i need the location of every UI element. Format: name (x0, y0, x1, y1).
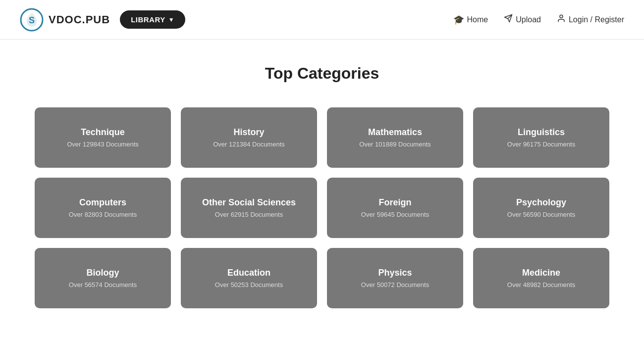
category-card[interactable]: ComputersOver 82803 Documents (35, 178, 171, 238)
category-card[interactable]: PsychologyOver 56590 Documents (473, 178, 609, 238)
page-title: Top Categories (35, 64, 609, 83)
category-name: Other Social Sciences (202, 197, 296, 208)
category-card[interactable]: TechniqueOver 129843 Documents (35, 107, 171, 168)
category-card[interactable]: ForeignOver 59645 Documents (327, 178, 463, 238)
svg-point-4 (560, 15, 563, 18)
category-name: Mathematics (368, 127, 422, 138)
category-card[interactable]: LinguisticsOver 96175 Documents (473, 107, 609, 168)
category-count: Over 50253 Documents (215, 281, 283, 289)
logo-area[interactable]: S VDOC.PUB (20, 8, 110, 32)
chevron-down-icon: ▼ (168, 16, 174, 23)
category-count: Over 59645 Documents (361, 211, 429, 218)
category-name: Linguistics (518, 127, 565, 138)
category-card[interactable]: BiologyOver 56574 Documents (35, 248, 171, 308)
library-label: LIBRARY (131, 15, 165, 24)
category-name: Technique (81, 127, 125, 138)
category-count: Over 82803 Documents (69, 211, 137, 218)
category-card[interactable]: Other Social SciencesOver 62915 Document… (181, 178, 317, 238)
category-count: Over 96175 Documents (507, 141, 575, 148)
library-button[interactable]: LIBRARY ▼ (120, 10, 185, 29)
category-name: Education (227, 268, 270, 278)
main-content: Top Categories TechniqueOver 129843 Docu… (25, 40, 619, 337)
category-count: Over 50072 Documents (361, 281, 429, 289)
category-name: Physics (378, 268, 412, 278)
category-count: Over 121384 Documents (213, 141, 285, 148)
main-nav: 🎓 Home Upload Login / Register (453, 14, 624, 25)
category-name: Medicine (522, 268, 560, 278)
category-card[interactable]: PhysicsOver 50072 Documents (327, 248, 463, 308)
nav-home-label: Home (467, 15, 488, 24)
nav-upload[interactable]: Upload (504, 14, 541, 25)
nav-login-label: Login / Register (569, 15, 624, 24)
category-count: Over 101889 Documents (359, 141, 431, 148)
logo-icon: S (20, 8, 44, 32)
nav-login[interactable]: Login / Register (557, 14, 624, 25)
categories-grid: TechniqueOver 129843 DocumentsHistoryOve… (35, 107, 609, 308)
logo-text: VDOC.PUB (49, 13, 110, 26)
nav-home[interactable]: 🎓 Home (453, 14, 488, 25)
nav-upload-label: Upload (516, 15, 541, 24)
category-name: History (233, 127, 264, 138)
category-count: Over 48982 Documents (507, 281, 575, 289)
category-count: Over 56574 Documents (69, 281, 137, 289)
category-count: Over 62915 Documents (215, 211, 283, 218)
category-card[interactable]: EducationOver 50253 Documents (181, 248, 317, 308)
category-count: Over 129843 Documents (67, 141, 139, 148)
category-name: Biology (87, 268, 119, 278)
home-icon: 🎓 (453, 14, 464, 25)
category-card[interactable]: HistoryOver 121384 Documents (181, 107, 317, 168)
upload-icon (504, 14, 513, 25)
category-name: Psychology (516, 197, 566, 208)
svg-text:S: S (29, 15, 35, 25)
category-name: Foreign (379, 197, 412, 208)
category-card[interactable]: MedicineOver 48982 Documents (473, 248, 609, 308)
user-icon (557, 14, 566, 25)
category-name: Computers (79, 197, 126, 208)
category-count: Over 56590 Documents (507, 211, 575, 218)
category-card[interactable]: MathematicsOver 101889 Documents (327, 107, 463, 168)
